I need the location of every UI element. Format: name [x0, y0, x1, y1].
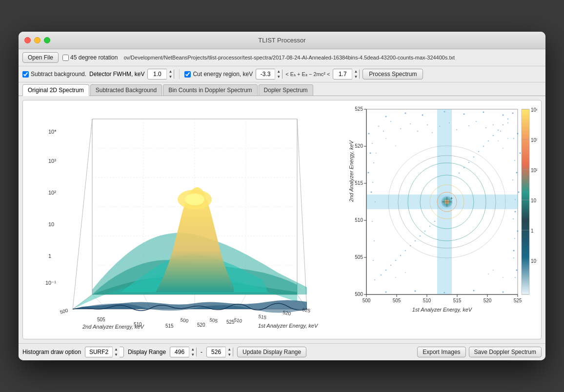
export-images-button[interactable]: Export Images	[417, 347, 465, 357]
histogram-up-button[interactable]: ▲	[113, 347, 120, 352]
svg-text:505: 505	[209, 317, 219, 324]
main-content: 10⁴ 10³ 10² 10 1 10⁻¹	[19, 96, 545, 343]
process-spectrum-button[interactable]: Process Spectrum	[363, 69, 423, 79]
svg-text:525: 525	[355, 106, 363, 112]
svg-text:505: 505	[393, 298, 401, 303]
svg-text:515: 515	[453, 298, 462, 303]
svg-point-80	[493, 124, 494, 125]
subtract-bg-checkbox[interactable]	[22, 71, 29, 78]
svg-text:10⁻¹: 10⁻¹	[531, 258, 537, 264]
bottom-bar: Histogram draw option ▲ ▼ Display Range …	[19, 343, 545, 360]
detector-fwhm-input[interactable]	[148, 71, 166, 78]
range-min-down-button[interactable]: ▼	[189, 352, 196, 357]
histogram-value-input[interactable]	[85, 349, 112, 355]
display-range-label: Display Range	[128, 349, 166, 355]
svg-point-93	[512, 179, 513, 180]
svg-point-110	[488, 274, 489, 274]
svg-text:10³: 10³	[531, 137, 537, 143]
tabs-bar: Original 2D Spectrum Subtracted Backgrou…	[19, 82, 545, 96]
fwhm-up-button[interactable]: ▲	[167, 69, 174, 74]
svg-text:2nd Analyzer Energy, keV: 2nd Analyzer Energy, keV	[348, 139, 354, 202]
cut-energy-max-input[interactable]	[333, 71, 352, 78]
tab-original-2d[interactable]: Original 2D Spectrum	[22, 84, 89, 96]
maximize-button[interactable]	[44, 37, 50, 43]
svg-point-128	[405, 250, 406, 252]
svg-point-119	[468, 162, 470, 163]
histogram-down-button[interactable]: ▼	[113, 352, 120, 357]
svg-point-43	[422, 115, 423, 116]
svg-point-55	[513, 250, 515, 252]
svg-point-124	[424, 231, 426, 232]
svg-point-48	[512, 113, 514, 114]
rotation-checkbox[interactable]	[62, 55, 69, 61]
range-max-down-button[interactable]: ▼	[226, 352, 233, 357]
tab-dopler-spectrum[interactable]: Dopler Spectrum	[259, 84, 313, 96]
svg-point-91	[513, 138, 514, 139]
svg-point-103	[503, 148, 504, 149]
svg-point-70	[410, 123, 411, 124]
cut-max-down-button[interactable]: ▼	[352, 74, 359, 79]
svg-text:10²: 10²	[531, 168, 537, 173]
filepath-display: ov/Development/NetBeansProjects/tlist-pr…	[123, 55, 542, 60]
histogram-select-wrapper: ▲ ▼	[85, 347, 124, 357]
plot-2d-svg: + 500 505 510 515 520 525 500	[347, 104, 537, 329]
svg-text:515: 515	[258, 314, 267, 320]
range-max-up-button[interactable]: ▲	[226, 347, 233, 352]
svg-point-56	[516, 270, 518, 271]
range-min-up-button[interactable]: ▲	[189, 347, 196, 352]
cut-energy-checkbox[interactable]	[184, 71, 191, 78]
svg-point-69	[400, 128, 401, 129]
svg-text:520: 520	[483, 298, 492, 303]
svg-point-59	[368, 172, 369, 174]
svg-point-113	[498, 130, 499, 131]
svg-line-7	[73, 119, 92, 309]
svg-point-52	[518, 192, 520, 193]
svg-point-73	[432, 132, 433, 133]
svg-point-41	[385, 116, 387, 118]
svg-point-96	[514, 238, 515, 239]
cut-min-down-button[interactable]: ▼	[275, 74, 282, 79]
close-button[interactable]	[24, 37, 31, 43]
svg-text:10⁴: 10⁴	[531, 107, 537, 113]
save-doppler-spectrum-button[interactable]: Save Doppler Spectrum	[469, 347, 542, 357]
svg-text:10⁴: 10⁴	[48, 129, 57, 135]
plot-area: 10⁴ 10³ 10² 10 1 10⁻¹	[22, 100, 542, 339]
update-display-range-button[interactable]: Update Display Range	[237, 347, 306, 357]
svg-text:520: 520	[355, 143, 363, 149]
svg-point-58	[370, 153, 371, 154]
cut-max-up-button[interactable]: ▲	[352, 69, 359, 74]
svg-point-53	[515, 211, 516, 213]
minimize-button[interactable]	[34, 37, 40, 43]
svg-point-45	[463, 114, 465, 115]
svg-point-90	[374, 279, 375, 280]
svg-point-42	[405, 113, 406, 114]
svg-text:2nd Analyzer Energy, keV: 2nd Analyzer Energy, keV	[82, 324, 145, 330]
svg-text:1: 1	[531, 228, 534, 234]
open-file-button[interactable]: Open File	[22, 52, 59, 63]
cut-energy-min-input[interactable]	[256, 71, 275, 78]
svg-point-122	[434, 221, 436, 222]
svg-text:510: 510	[355, 217, 363, 223]
svg-text:520: 520	[282, 310, 292, 316]
tab-subtracted-bg[interactable]: Subtracted Background	[90, 84, 162, 96]
svg-point-92	[514, 160, 515, 161]
tab-bin-counts[interactable]: Bin Counts in Doppler Spectrum	[163, 84, 257, 96]
range-max-spinner: ▲ ▼	[206, 347, 233, 357]
svg-point-120	[463, 167, 465, 169]
fwhm-down-button[interactable]: ▼	[167, 74, 174, 79]
svg-point-114	[493, 135, 494, 137]
cut-min-up-button[interactable]: ▲	[275, 69, 282, 74]
range-max-input[interactable]	[207, 349, 225, 355]
svg-text:500: 500	[363, 298, 371, 303]
svg-text:1: 1	[48, 253, 51, 259]
svg-point-112	[503, 124, 504, 126]
range-min-input[interactable]	[170, 349, 189, 355]
svg-point-84	[373, 162, 374, 163]
svg-point-76	[456, 129, 457, 130]
svg-point-25	[185, 194, 204, 205]
svg-point-67	[383, 131, 384, 132]
svg-text:525: 525	[302, 307, 311, 314]
separator-1	[179, 69, 180, 79]
cut-energy-label: Cut energy region, keV	[184, 71, 253, 78]
svg-point-78	[476, 121, 477, 122]
